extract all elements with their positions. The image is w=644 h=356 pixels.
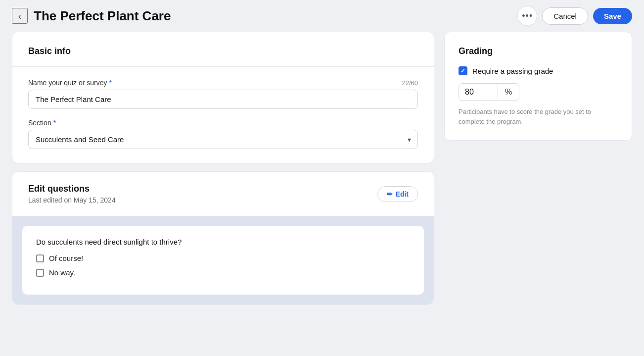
pencil-icon: ✏ — [387, 190, 393, 198]
percent-symbol: % — [498, 83, 519, 101]
save-button[interactable]: Save — [593, 8, 632, 24]
main-layout: Basic info Name your quiz or survey * 22… — [0, 32, 644, 317]
question-text: Do succulents need direct sunlight to th… — [36, 238, 410, 246]
divider — [12, 66, 434, 67]
answer-checkbox-2[interactable] — [36, 269, 44, 277]
more-button[interactable]: ••• — [517, 6, 537, 26]
right-column: Grading Require a passing grade % Partic… — [444, 32, 632, 141]
more-icon: ••• — [522, 11, 533, 21]
edit-questions-header: Edit questions Last edited on May 15, 20… — [12, 172, 434, 216]
answer-label-2: No way. — [49, 268, 75, 277]
question-card: Do succulents need direct sunlight to th… — [22, 226, 424, 295]
grade-input[interactable] — [459, 83, 498, 101]
basic-info-title: Basic info — [28, 46, 418, 56]
edit-questions-title: Edit questions — [28, 184, 116, 194]
name-label: Name your quiz or survey * 22/60 — [28, 79, 418, 87]
questions-preview-area: Do succulents need direct sunlight to th… — [12, 216, 434, 305]
section-label: Section * — [28, 119, 418, 127]
answer-option-1: Of course! — [36, 254, 410, 262]
edit-questions-section: Edit questions Last edited on May 15, 20… — [12, 171, 434, 305]
edit-questions-row: Edit questions Last edited on May 15, 20… — [28, 184, 418, 204]
left-column: Basic info Name your quiz or survey * 22… — [12, 32, 434, 305]
edit-button-label: Edit — [396, 190, 409, 198]
back-button[interactable]: ‹ — [12, 8, 28, 24]
cancel-button[interactable]: Cancel — [542, 7, 588, 25]
char-count: 22/60 — [402, 79, 418, 87]
require-passing-checkbox[interactable] — [459, 66, 467, 75]
name-required-star: * — [109, 79, 112, 87]
edit-questions-button[interactable]: ✏ Edit — [377, 186, 418, 202]
edit-questions-left: Edit questions Last edited on May 15, 20… — [28, 184, 116, 204]
back-icon: ‹ — [18, 10, 22, 22]
passing-grade-row: Require a passing grade — [459, 66, 618, 75]
answer-checkbox-1[interactable] — [36, 254, 44, 262]
page-title: The Perfect Plant Care — [34, 8, 511, 24]
quiz-name-input[interactable] — [28, 90, 418, 109]
section-required-star: * — [53, 119, 56, 127]
name-field-group: Name your quiz or survey * 22/60 — [28, 79, 418, 109]
grading-title: Grading — [459, 46, 618, 56]
answer-option-2: No way. — [36, 268, 410, 277]
answer-label-1: Of course! — [49, 254, 83, 262]
section-field-group: Section * Succulents and Seed Care Plant… — [28, 119, 418, 149]
header-actions: ••• Cancel Save — [517, 6, 632, 26]
section-select[interactable]: Succulents and Seed Care Plant Basics Wa… — [28, 130, 418, 149]
section-select-wrapper: Succulents and Seed Care Plant Basics Wa… — [28, 130, 418, 149]
app-header: ‹ The Perfect Plant Care ••• Cancel Save — [0, 0, 644, 32]
require-passing-label: Require a passing grade — [472, 67, 553, 75]
grading-note: Participants have to score the grade you… — [459, 107, 618, 126]
edit-questions-subtitle: Last edited on May 15, 2024 — [28, 196, 116, 204]
grade-input-row: % — [459, 83, 618, 101]
grading-card: Grading Require a passing grade % Partic… — [444, 32, 632, 141]
basic-info-card: Basic info Name your quiz or survey * 22… — [12, 32, 434, 163]
